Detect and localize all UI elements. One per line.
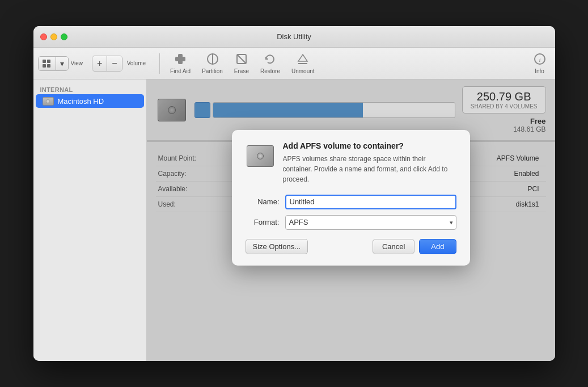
remove-volume-button[interactable]: − [107, 56, 121, 71]
dialog-overlay: Add APFS volume to container? APFS volum… [147, 79, 555, 361]
first-aid-group[interactable]: First Aid [166, 51, 195, 77]
erase-svg [235, 53, 248, 65]
svg-rect-2 [43, 64, 46, 68]
dialog-description: APFS volumes share storage space within … [283, 154, 456, 184]
first-aid-icon [174, 53, 187, 67]
main-area: Internal Macintosh HD [33, 79, 555, 361]
svg-text:i: i [539, 56, 540, 62]
add-button[interactable]: Add [419, 239, 456, 254]
sidebar-item-macintosh-hd[interactable]: Macintosh HD [36, 94, 144, 108]
dialog-header: Add APFS volume to container? APFS volum… [246, 141, 456, 184]
restore-group[interactable]: Restore [256, 51, 285, 77]
hdd-icon [43, 96, 54, 106]
svg-rect-1 [47, 60, 50, 63]
close-button[interactable] [40, 33, 47, 40]
svg-rect-5 [175, 57, 185, 61]
add-volume-button[interactable]: + [92, 56, 107, 71]
partition-icon [206, 53, 219, 67]
name-input[interactable] [285, 195, 456, 209]
svg-line-9 [237, 54, 246, 64]
erase-label: Erase [234, 68, 249, 74]
view-dropdown-button[interactable]: ▾ [56, 57, 68, 70]
content-area: 250.79 GB SHARED BY 4 VOLUMES Free 148.6… [147, 79, 555, 361]
window-title: Disk Utility [277, 32, 311, 41]
view-controls[interactable]: ▾ [38, 56, 69, 71]
first-aid-label: First Aid [170, 68, 191, 74]
minimize-button[interactable] [50, 33, 57, 40]
app-window: Disk Utility ▾ View + − Volume [33, 26, 555, 361]
partition-group[interactable]: Partition [197, 51, 227, 77]
size-options-button[interactable]: Size Options... [246, 239, 308, 254]
sidebar-section-internal: Internal [33, 84, 146, 94]
info-label: Info [535, 68, 544, 74]
format-select[interactable]: APFS APFS (Encrypted) APFS (Case-sensiti… [285, 215, 456, 230]
add-apfs-dialog: Add APFS volume to container? APFS volum… [232, 130, 470, 266]
svg-rect-0 [43, 60, 46, 63]
restore-svg [264, 53, 276, 65]
svg-marker-10 [298, 54, 307, 61]
volume-controls[interactable]: + − [92, 56, 122, 71]
view-grid-icon [43, 60, 52, 68]
dialog-disk-icon-container [246, 141, 275, 171]
toolbar: ▾ View + − Volume First Aid [33, 48, 555, 79]
dialog-disk-image [247, 145, 274, 167]
sidebar-item-label: Macintosh HD [58, 97, 104, 106]
volume-label: Volume [127, 60, 146, 66]
partition-label: Partition [202, 68, 223, 74]
svg-rect-3 [47, 64, 50, 68]
titlebar: Disk Utility [33, 26, 555, 48]
format-row: Format: APFS APFS (Encrypted) APFS (Case… [246, 215, 456, 230]
dialog-form: Name: Format: APFS APFS (Encrypted) APFS… [246, 195, 456, 230]
info-svg: i [534, 53, 546, 65]
unmount-group[interactable]: Unmount [287, 51, 319, 77]
dialog-buttons: Size Options... Cancel Add [246, 239, 456, 254]
view-icon-button[interactable] [39, 57, 56, 70]
sidebar: Internal Macintosh HD [33, 79, 147, 361]
cross-icon [174, 53, 187, 65]
view-label: View [71, 60, 83, 66]
unmount-svg [297, 53, 309, 65]
dialog-title: Add APFS volume to container? [283, 141, 456, 150]
separator-1 [159, 53, 160, 74]
name-row: Name: [246, 195, 456, 209]
unmount-icon [297, 53, 309, 67]
name-label: Name: [246, 197, 280, 206]
traffic-lights [40, 33, 67, 40]
erase-group[interactable]: Erase [230, 51, 253, 77]
unmount-label: Unmount [291, 68, 315, 74]
maximize-button[interactable] [61, 33, 67, 40]
dialog-text: Add APFS volume to container? APFS volum… [283, 141, 456, 184]
restore-label: Restore [260, 68, 280, 74]
chevron-down-icon: ▾ [60, 59, 64, 68]
cancel-button[interactable]: Cancel [373, 239, 414, 254]
restore-icon [264, 53, 276, 67]
info-group[interactable]: i Info [529, 51, 551, 77]
erase-icon [235, 53, 248, 67]
format-label: Format: [246, 218, 280, 226]
partition-svg [206, 53, 219, 65]
format-select-wrapper: APFS APFS (Encrypted) APFS (Case-sensiti… [285, 215, 456, 230]
info-icon: i [534, 53, 546, 67]
